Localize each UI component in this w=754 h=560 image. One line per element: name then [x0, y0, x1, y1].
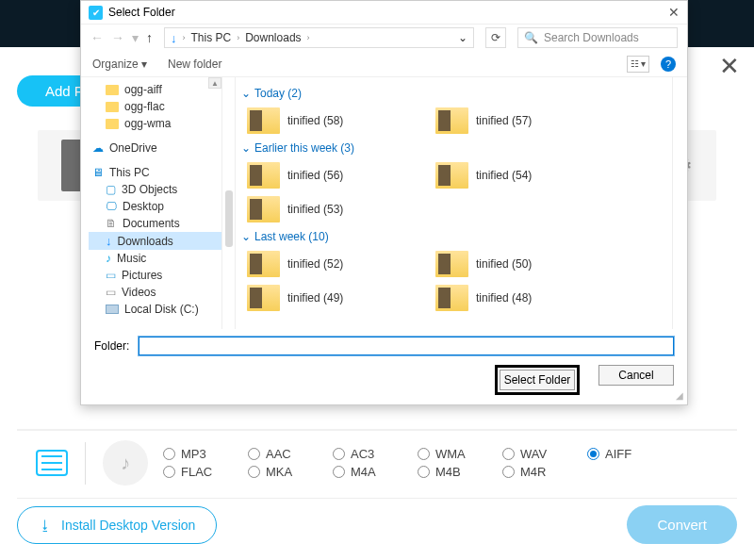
install-desktop-button[interactable]: ⭳ Install Desktop Version: [17, 506, 217, 544]
format-m4r[interactable]: M4R: [502, 465, 568, 479]
tree-item-desktop[interactable]: 🖵Desktop: [89, 198, 221, 215]
format-ac3[interactable]: AC3: [333, 447, 399, 461]
select-folder-dialog: ✔ Select Folder ✕ ← → ▾ ↑ ↓ › This PC › …: [80, 0, 688, 405]
group-header[interactable]: ⌄Earlier this week (3): [241, 141, 666, 155]
select-folder-button[interactable]: Select Folder: [500, 370, 575, 390]
nav-history-icon[interactable]: ▾: [132, 30, 139, 45]
folder-name: tinified (49): [287, 291, 343, 305]
format-label: WAV: [520, 447, 547, 461]
folder-item[interactable]: tinified (54): [430, 158, 618, 192]
format-label: MKA: [266, 465, 292, 479]
folder-name: tinified (57): [476, 114, 532, 127]
format-m4b[interactable]: M4B: [418, 465, 484, 479]
tree-item-pictures[interactable]: ▭Pictures: [89, 267, 221, 284]
folder-icon: [247, 285, 280, 311]
folder-item[interactable]: tinified (49): [241, 281, 430, 315]
crumb-this-pc[interactable]: This PC: [191, 31, 232, 44]
radio-icon: [333, 466, 345, 478]
cancel-button[interactable]: Cancel: [598, 365, 674, 386]
tree-item-videos[interactable]: ▭Videos: [89, 284, 221, 301]
dialog-footer: Folder: Select Folder Cancel: [81, 329, 687, 404]
new-folder-button[interactable]: New folder: [168, 58, 221, 71]
nav-up-icon[interactable]: ↑: [146, 30, 153, 45]
tree-item-this-pc[interactable]: 🖥This PC: [89, 164, 221, 181]
tree-label: Music: [117, 252, 146, 265]
resize-grip[interactable]: ◢: [676, 390, 683, 401]
radio-icon: [333, 448, 345, 460]
folder-icon: [435, 107, 468, 134]
format-label: AAC: [266, 447, 291, 461]
tree-item-documents[interactable]: 🗎Documents: [89, 215, 221, 232]
convert-button[interactable]: Convert: [627, 505, 737, 544]
folder-item[interactable]: tinified (50): [430, 247, 618, 281]
splitter[interactable]: [222, 77, 236, 329]
radio-icon: [248, 466, 260, 478]
tree-item-local-disk-c-[interactable]: Local Disk (C:): [89, 301, 221, 318]
format-wav[interactable]: WAV: [502, 447, 568, 461]
tree-label: Desktop: [123, 200, 164, 213]
crumb-downloads[interactable]: Downloads: [245, 31, 301, 44]
folder-name-input[interactable]: [139, 337, 674, 355]
tree-item-music[interactable]: ♪Music: [89, 250, 221, 267]
search-icon: 🔍: [524, 31, 538, 44]
folder-item[interactable]: tinified (48): [430, 281, 618, 315]
tree-label: ogg-aiff: [124, 83, 162, 96]
toolbar: Organize ▾ New folder ☷ ▾ ?: [81, 51, 687, 77]
group-title: Earlier this week (3): [254, 141, 354, 155]
tree-item-ogg-flac[interactable]: ogg-flac: [89, 98, 221, 115]
close-icon[interactable]: ✕: [719, 52, 740, 81]
select-folder-highlight: Select Folder: [495, 365, 580, 395]
tree-item-onedrive[interactable]: ☁OneDrive: [89, 140, 221, 156]
tree-label: Downloads: [118, 235, 173, 248]
folder-name: tinified (53): [287, 203, 343, 216]
tree-scroll-up[interactable]: ▲: [208, 77, 221, 89]
folder-item[interactable]: tinified (58): [241, 104, 430, 138]
tree-item-ogg-aiff[interactable]: ogg-aiff: [89, 81, 221, 98]
breadcrumb[interactable]: ↓ › This PC › Downloads › ⌄: [164, 27, 474, 48]
format-mka[interactable]: MKA: [248, 465, 314, 479]
radio-icon: [163, 448, 175, 460]
folder-icon: [247, 196, 280, 222]
tree-item-network[interactable]: 🖧Network: [89, 325, 221, 329]
content-scrollbar[interactable]: [672, 77, 687, 329]
help-icon[interactable]: ?: [661, 57, 676, 72]
folder-name: tinified (54): [476, 169, 532, 182]
nav-forward-icon[interactable]: →: [111, 30, 124, 45]
format-wma[interactable]: WMA: [418, 447, 484, 461]
refresh-icon[interactable]: ⟳: [485, 27, 506, 48]
format-flac[interactable]: FLAC: [163, 465, 229, 479]
tree-item-downloads[interactable]: ↓Downloads: [89, 232, 221, 250]
search-input[interactable]: 🔍 Search Downloads: [517, 27, 678, 48]
tree-label: Network: [109, 327, 151, 329]
nav-back-icon[interactable]: ←: [90, 30, 104, 45]
folder-icon: [247, 107, 280, 134]
video-format-icon[interactable]: [36, 450, 68, 476]
chevron-down-icon: ⌄: [241, 141, 251, 155]
folder-label: Folder:: [94, 339, 129, 353]
folder-item[interactable]: tinified (56): [241, 158, 430, 192]
audio-format-icon[interactable]: ♪: [103, 440, 148, 486]
folder-item[interactable]: tinified (52): [241, 247, 430, 281]
view-options-button[interactable]: ☷ ▾: [627, 56, 649, 73]
format-m4a[interactable]: M4A: [333, 465, 399, 479]
format-aac[interactable]: AAC: [248, 447, 314, 461]
folder-icon: [435, 251, 468, 277]
organize-menu[interactable]: Organize ▾: [92, 58, 147, 71]
folder-item[interactable]: tinified (53): [241, 192, 430, 226]
tree-item-3d-objects[interactable]: ▢3D Objects: [89, 181, 221, 198]
group-header[interactable]: ⌄Last week (10): [241, 230, 666, 243]
nav-row: ← → ▾ ↑ ↓ › This PC › Downloads › ⌄ ⟳ 🔍 …: [81, 25, 687, 51]
downloads-crumb-icon: ↓: [171, 31, 177, 45]
group-header[interactable]: ⌄Today (2): [241, 87, 666, 100]
folder-item[interactable]: tinified (57): [430, 104, 618, 138]
tree-item-ogg-wma[interactable]: ogg-wma: [89, 115, 221, 132]
tree-label: 3D Objects: [122, 183, 177, 196]
breadcrumb-drop-icon[interactable]: ⌄: [458, 31, 467, 44]
format-aiff[interactable]: AIFF: [587, 447, 653, 461]
install-label: Install Desktop Version: [61, 518, 195, 533]
window-close-icon[interactable]: ✕: [668, 5, 680, 20]
radio-icon: [248, 448, 260, 460]
format-mp3[interactable]: MP3: [163, 447, 229, 461]
chevron-down-icon: ⌄: [241, 230, 251, 243]
tree-label: OneDrive: [109, 141, 157, 155]
